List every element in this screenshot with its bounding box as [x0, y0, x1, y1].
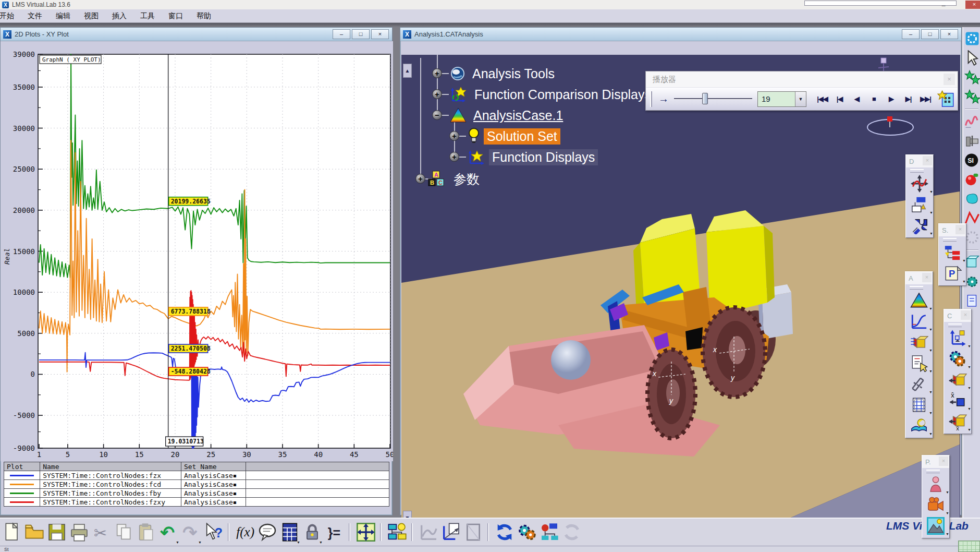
power-input-icon[interactable]	[958, 541, 980, 552]
floating-toolbar-close-button[interactable]: ×	[939, 457, 948, 466]
menu-item-2[interactable]: 文件	[21, 11, 49, 21]
toolbar-grip[interactable]	[948, 323, 962, 327]
dropdown-arrow-icon[interactable]: ▼	[198, 541, 202, 544]
axesdoc-icon[interactable]	[440, 522, 461, 543]
analysis-maximize-button[interactable]: □	[921, 29, 939, 39]
dropdown-arrow-icon[interactable]: ▼	[297, 541, 300, 544]
spring-icon[interactable]	[964, 114, 980, 129]
dropdown-arrow-icon[interactable]: ▼	[929, 369, 933, 373]
dropdown-arrow-icon[interactable]: ▼	[929, 232, 933, 235]
play-reverse-button[interactable]: ◀	[848, 91, 865, 107]
pdoc-icon[interactable]: P▼	[943, 265, 962, 282]
toolbar-grip[interactable]	[943, 238, 957, 242]
legend-row[interactable]: SYSTEM:Time::ControlNodes:fzxyAnalysisCa…	[4, 498, 389, 507]
frame-slider-thumb[interactable]	[702, 93, 708, 104]
paste-icon[interactable]	[136, 522, 157, 543]
toolbar-grip[interactable]	[910, 286, 923, 290]
refreshgray-icon[interactable]	[561, 522, 582, 543]
tree-expander[interactable]: +	[432, 89, 442, 99]
cubex-icon[interactable]: x̂▼	[948, 392, 967, 410]
legend-row[interactable]: SYSTEM:Time::ControlNodes:fbyAnalysisCas…	[4, 489, 389, 498]
menu-item-6[interactable]: 工具	[133, 11, 162, 21]
analysis-minimize-button[interactable]: –	[902, 29, 920, 39]
floating-toolbar-title[interactable]: P.×	[922, 455, 949, 468]
floating-toolbar-title[interactable]: C×	[944, 309, 971, 322]
menu-item-7[interactable]: 窗口	[162, 11, 190, 21]
dropdown-arrow-icon[interactable]: ▼	[929, 411, 933, 415]
dropdown-arrow-icon[interactable]: ▼	[967, 386, 971, 390]
doccursor-icon[interactable]: ▼	[910, 354, 928, 372]
cyancube-icon[interactable]	[964, 255, 980, 270]
gearscolor-icon[interactable]: ▼	[948, 350, 967, 368]
floating-toolbar-close-button[interactable]: ×	[961, 310, 970, 320]
dropdown-arrow-icon[interactable]: ▼	[946, 511, 949, 515]
new-icon[interactable]	[2, 522, 22, 543]
dropdown-arrow-icon[interactable]: ▼	[962, 280, 966, 283]
dropdown-arrow-icon[interactable]: ▼	[319, 541, 323, 544]
dropdown-arrow-icon[interactable]: ▼	[929, 390, 933, 394]
axescurve-icon[interactable]: ▼	[910, 175, 929, 193]
cubearrow-icon[interactable]: ▼	[948, 371, 967, 389]
floating-toolbar-close-button[interactable]: ×	[922, 273, 932, 282]
menu-item-1[interactable]: 开始	[0, 11, 21, 21]
open-icon[interactable]	[24, 522, 45, 543]
gridtable-icon[interactable]: ▼	[910, 396, 928, 414]
tree-expander[interactable]: −	[432, 110, 442, 120]
pointer-icon[interactable]	[964, 50, 980, 66]
person-icon[interactable]: ▼	[926, 475, 945, 493]
menu-item-4[interactable]: 视图	[77, 11, 105, 21]
cubelines-icon[interactable]: ▼	[910, 333, 928, 351]
curveplot-icon[interactable]: ▼	[910, 313, 928, 330]
floating-toolbar-title[interactable]: S.×	[939, 224, 966, 236]
step-back-button[interactable]: |◀	[831, 91, 848, 107]
stop-button[interactable]: ■	[865, 91, 883, 107]
calc-icon[interactable]: ▼	[279, 522, 300, 543]
axessquares-icon[interactable]: ▼	[948, 329, 967, 347]
wire-icon[interactable]: ▼	[910, 375, 928, 393]
scircle-icon[interactable]: Sl	[964, 152, 980, 168]
braces-icon[interactable]: }=	[324, 522, 345, 543]
pyramid-icon[interactable]: ▼	[910, 292, 928, 309]
toolbar-grip[interactable]	[926, 470, 940, 473]
redo-icon[interactable]: ↷▼	[181, 522, 202, 543]
lock-icon[interactable]: ▼	[302, 522, 323, 543]
fx-icon[interactable]: f(x)	[235, 522, 255, 543]
legend-row[interactable]: SYSTEM:Time::ControlNodes:fzxAnalysisCas…	[4, 471, 389, 480]
redcurve-icon[interactable]	[964, 210, 980, 226]
tree-scroll-up[interactable]: ▲	[403, 64, 412, 78]
fit-icon[interactable]	[356, 522, 376, 543]
dropdown-arrow-icon[interactable]: ▼	[929, 328, 933, 331]
skip-to-end-button[interactable]: ▶▶|	[917, 91, 934, 107]
book-icon[interactable]: ▼	[910, 417, 928, 435]
copy-icon[interactable]	[114, 522, 134, 543]
command-input[interactable]	[804, 1, 957, 6]
analysis-close-button[interactable]: ×	[940, 29, 958, 39]
player-close-button[interactable]: ×	[944, 74, 955, 85]
tree-expander[interactable]: +	[449, 131, 459, 141]
print-icon[interactable]	[69, 522, 90, 543]
plot-close-button[interactable]: ×	[371, 29, 389, 39]
redball-icon[interactable]	[964, 172, 980, 187]
frame-value[interactable]: 19	[758, 92, 795, 106]
toolbar-grip[interactable]	[910, 169, 924, 173]
menu-item-8[interactable]: 帮助	[190, 11, 218, 21]
dropdown-arrow-icon[interactable]: ▼	[929, 432, 933, 436]
stargreen-icon[interactable]	[964, 69, 980, 85]
plot-minimize-button[interactable]: –	[333, 29, 350, 39]
tree-item-solution-set[interactable]: Solution Set	[467, 127, 560, 145]
floating-toolbar-close-button[interactable]: ×	[923, 156, 932, 165]
tree-item-analysis-tools[interactable]: Analysis Tools	[449, 65, 558, 82]
gearchip-icon[interactable]	[964, 31, 980, 46]
close-button[interactable]: ×	[965, 1, 980, 9]
treechart-icon[interactable]	[539, 522, 560, 543]
undo-icon[interactable]: ↶▼	[158, 522, 179, 543]
camera-icon[interactable]: ▼	[926, 496, 945, 514]
orgchart-icon[interactable]	[387, 522, 408, 543]
legend-row[interactable]: SYSTEM:Time::ControlNodes:fcdAnalysisCas…	[4, 480, 389, 489]
tree-expander[interactable]: +	[432, 68, 442, 78]
puzzle-icon[interactable]: ▼	[910, 217, 929, 234]
floating-toolbar-title[interactable]: A×	[905, 272, 933, 284]
dropdown-arrow-icon[interactable]: ▼	[962, 259, 966, 262]
floating-toolbar-close-button[interactable]: ×	[956, 225, 965, 234]
frame-dropdown-button[interactable]: ▼	[795, 92, 806, 106]
